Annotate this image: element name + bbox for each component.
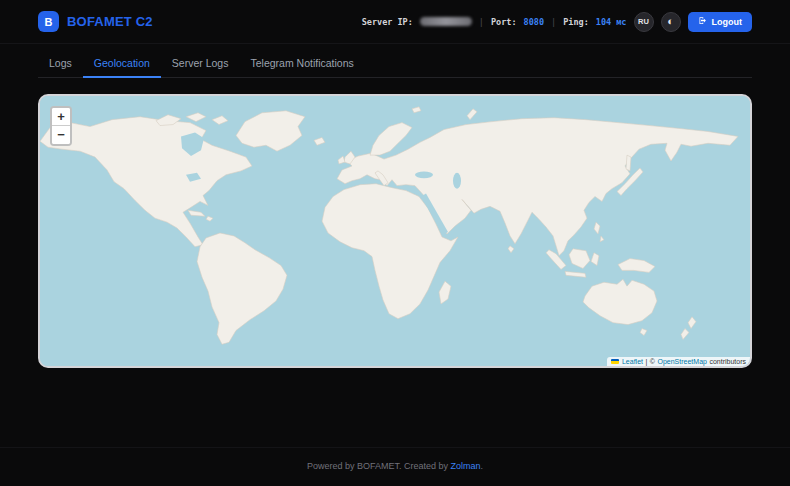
zoom-out-button[interactable]: − xyxy=(52,126,70,144)
server-ip-label: Server IP: xyxy=(362,17,413,27)
ukraine-flag-icon xyxy=(611,359,619,364)
world-map-canvas xyxy=(40,96,750,366)
footer-text: Powered by BOFAMET. Created by xyxy=(307,461,451,471)
geolocation-map[interactable]: + − Leaflet | © OpenStreetMap contributo… xyxy=(38,94,752,368)
author-link[interactable]: Zolman xyxy=(451,461,481,471)
tab-bar: Logs Geolocation Server Logs Telegram No… xyxy=(38,50,752,78)
brand: B BOFAMET C2 xyxy=(38,11,153,32)
main-content: + − Leaflet | © OpenStreetMap contributo… xyxy=(0,78,790,368)
map-attribution: Leaflet | © OpenStreetMap contributors xyxy=(607,357,750,366)
app-logo-icon: B xyxy=(38,11,59,32)
leaflet-link[interactable]: Leaflet xyxy=(622,358,643,365)
tab-server-logs[interactable]: Server Logs xyxy=(161,50,240,78)
theme-toggle-button[interactable]: ◐ xyxy=(661,12,681,32)
header-status-bar: Server IP: | Port: 8080 | Ping: 104 мс R… xyxy=(362,12,752,32)
divider: | xyxy=(479,17,484,27)
osm-link[interactable]: OpenStreetMap xyxy=(658,358,707,365)
logout-button[interactable]: Logout xyxy=(688,12,753,32)
attribution-divider: | xyxy=(646,358,648,365)
app-title: BOFAMET C2 xyxy=(67,14,153,29)
app-root: B BOFAMET C2 Server IP: | Port: 8080 | P… xyxy=(0,0,790,486)
map-zoom-control: + − xyxy=(50,106,72,146)
footer: Powered by BOFAMET. Created by Zolman. xyxy=(0,447,790,486)
ping-label: Ping: xyxy=(563,17,589,27)
logo-letter: B xyxy=(45,16,53,28)
server-ip-redacted-value xyxy=(420,17,472,26)
tab-geolocation[interactable]: Geolocation xyxy=(83,50,161,78)
divider: | xyxy=(551,17,556,27)
header: B BOFAMET C2 Server IP: | Port: 8080 | P… xyxy=(0,0,790,44)
port-label: Port: xyxy=(491,17,517,27)
tab-telegram-notifications[interactable]: Telegram Notifications xyxy=(239,50,364,78)
logout-icon xyxy=(698,16,707,27)
logout-label: Logout xyxy=(712,17,743,27)
tab-logs[interactable]: Logs xyxy=(38,50,83,78)
language-button[interactable]: RU xyxy=(634,12,654,32)
port-value: 8080 xyxy=(524,17,544,27)
copyright-symbol: © xyxy=(650,358,655,365)
attribution-suffix: contributors xyxy=(709,358,746,365)
zoom-in-button[interactable]: + xyxy=(52,108,70,126)
ping-value: 104 мс xyxy=(596,17,627,27)
contrast-icon: ◐ xyxy=(667,16,674,27)
footer-text-suffix: . xyxy=(481,461,484,471)
